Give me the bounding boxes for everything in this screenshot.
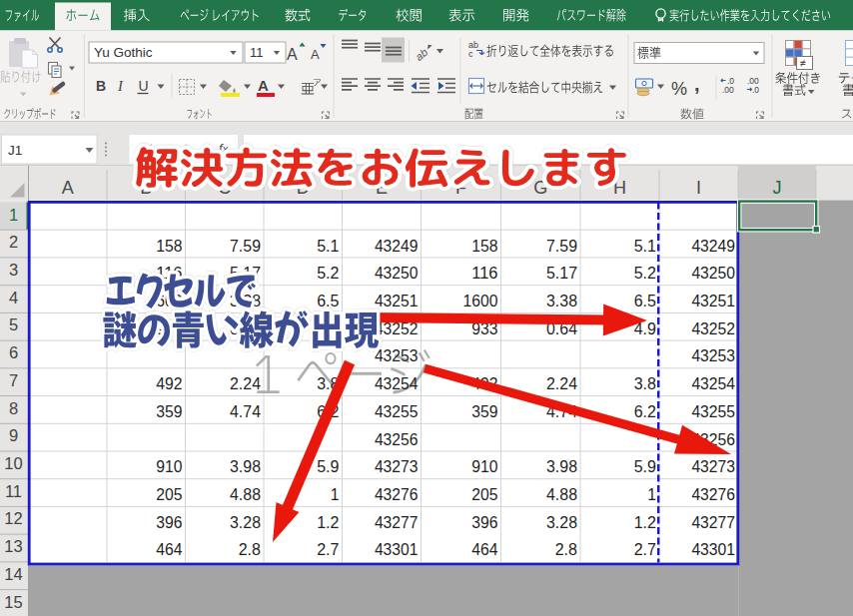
svg-text:43301: 43301	[375, 539, 419, 559]
svg-text:A: A	[311, 47, 320, 62]
svg-text:1.2: 1.2	[317, 512, 339, 532]
svg-text:7: 7	[9, 371, 18, 389]
svg-text:5: 5	[9, 315, 18, 333]
svg-text:4.88: 4.88	[230, 484, 261, 504]
svg-text:%: %	[671, 79, 687, 99]
svg-text:c: c	[468, 49, 473, 59]
svg-text:43301: 43301	[691, 539, 735, 559]
svg-text:6.2: 6.2	[634, 401, 656, 421]
svg-text:5.1: 5.1	[634, 236, 656, 256]
svg-text:116: 116	[471, 263, 497, 283]
svg-text:1600: 1600	[463, 291, 498, 310]
svg-text:464: 464	[471, 539, 498, 559]
svg-text:2.24: 2.24	[546, 373, 577, 393]
svg-text:5.17: 5.17	[546, 263, 577, 283]
svg-text:.0: .0	[752, 85, 759, 95]
svg-text:J: J	[773, 178, 782, 198]
svg-text:3.38: 3.38	[546, 291, 577, 310]
svg-text:5.9: 5.9	[317, 456, 339, 476]
svg-text:1: 1	[647, 484, 656, 504]
svg-text:A: A	[62, 178, 74, 198]
svg-text:205: 205	[471, 484, 497, 504]
svg-text:3.28: 3.28	[546, 512, 577, 532]
svg-text:464: 464	[156, 539, 183, 559]
svg-text:5.1: 5.1	[317, 236, 339, 256]
svg-text:1: 1	[9, 206, 18, 224]
svg-text:11: 11	[250, 45, 264, 60]
svg-text:11: 11	[5, 482, 22, 500]
svg-text:43253: 43253	[375, 345, 419, 365]
svg-text:4.88: 4.88	[546, 484, 577, 504]
svg-text:2.7: 2.7	[317, 539, 339, 559]
svg-text:205: 205	[156, 484, 182, 504]
svg-text:5.2: 5.2	[317, 263, 339, 283]
svg-text:359: 359	[156, 401, 182, 421]
svg-text:≠: ≠	[800, 57, 806, 69]
svg-text:396: 396	[471, 512, 497, 532]
svg-text:A: A	[258, 77, 269, 94]
svg-text:4.74: 4.74	[230, 401, 261, 421]
svg-text:3.8: 3.8	[634, 373, 656, 393]
svg-text:7.59: 7.59	[230, 236, 261, 256]
svg-text:43255: 43255	[375, 401, 419, 421]
svg-text:2.24: 2.24	[230, 373, 261, 393]
svg-text:10: 10	[4, 454, 22, 472]
svg-text:43252: 43252	[691, 318, 735, 338]
svg-text:43251: 43251	[375, 291, 419, 310]
svg-text:6: 6	[9, 343, 18, 361]
svg-text:B: B	[96, 78, 106, 94]
svg-text:43250: 43250	[375, 263, 419, 283]
svg-text:3.28: 3.28	[230, 512, 261, 532]
svg-text:3.98: 3.98	[546, 456, 577, 476]
svg-text:A: A	[287, 46, 298, 63]
svg-text:15: 15	[4, 593, 22, 611]
svg-text:,: ,	[694, 73, 700, 95]
svg-text:43277: 43277	[691, 512, 735, 532]
svg-text:2.7: 2.7	[634, 539, 656, 559]
svg-text:43253: 43253	[691, 345, 735, 365]
svg-text:43249: 43249	[691, 236, 735, 256]
svg-text:43254: 43254	[691, 373, 735, 393]
svg-text:5.2: 5.2	[634, 263, 656, 283]
svg-text:7.59: 7.59	[546, 236, 577, 256]
svg-text:158: 158	[471, 236, 497, 256]
svg-text:43256: 43256	[375, 429, 419, 449]
svg-text:.00: .00	[722, 85, 734, 95]
svg-text:13: 13	[4, 537, 22, 555]
svg-text:43250: 43250	[691, 263, 735, 283]
svg-text:43255: 43255	[691, 401, 735, 421]
svg-text:5.9: 5.9	[634, 456, 656, 476]
svg-text:9: 9	[9, 426, 18, 444]
svg-text:12: 12	[4, 509, 22, 527]
svg-text:4: 4	[9, 289, 18, 307]
svg-text:Yu Gothic: Yu Gothic	[94, 45, 153, 60]
svg-text:910: 910	[471, 456, 497, 476]
svg-text:1: 1	[331, 484, 340, 504]
svg-text:14: 14	[4, 565, 22, 583]
svg-text:43276: 43276	[375, 484, 419, 504]
svg-text:43273: 43273	[375, 456, 419, 476]
svg-text:6.5: 6.5	[634, 291, 656, 310]
svg-text:43251: 43251	[691, 291, 735, 310]
svg-text:43273: 43273	[691, 456, 735, 476]
svg-text:43277: 43277	[375, 512, 419, 532]
svg-text:910: 910	[156, 456, 182, 476]
svg-text:2: 2	[9, 233, 18, 251]
svg-text:43254: 43254	[375, 373, 419, 393]
svg-text:J1: J1	[8, 143, 22, 158]
svg-text:3.98: 3.98	[230, 456, 261, 476]
svg-text:I: I	[696, 178, 701, 198]
svg-text:2.8: 2.8	[239, 539, 261, 559]
svg-text:3: 3	[9, 261, 18, 279]
svg-text:1.2: 1.2	[634, 512, 656, 532]
svg-text:396: 396	[156, 512, 182, 532]
svg-text:359: 359	[471, 401, 497, 421]
svg-text:U: U	[139, 78, 149, 94]
svg-text:43249: 43249	[375, 236, 419, 256]
svg-text:43276: 43276	[691, 484, 735, 504]
svg-text:158: 158	[156, 236, 182, 256]
svg-text:2.8: 2.8	[555, 539, 577, 559]
svg-text:492: 492	[156, 373, 182, 393]
svg-text:8: 8	[9, 399, 18, 417]
svg-text:6.5: 6.5	[317, 291, 339, 310]
